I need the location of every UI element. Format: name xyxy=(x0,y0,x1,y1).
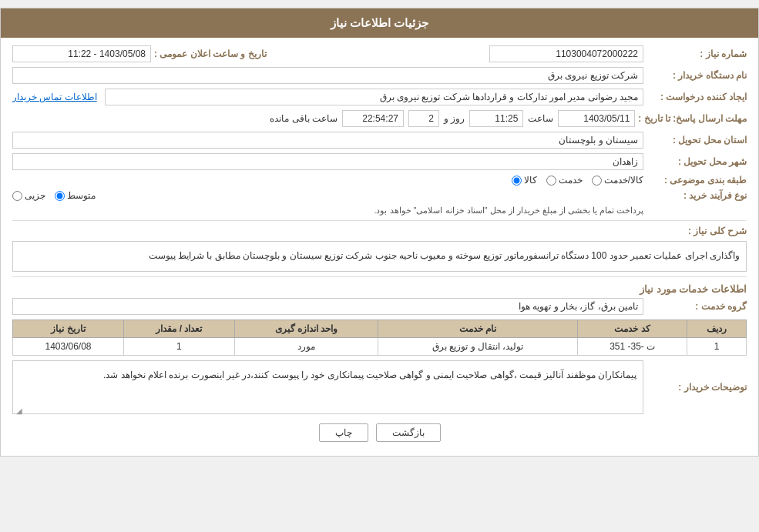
tosihKharidar-value: پیمانکاران موظفند آنالیز قیمت ،گواهی صلا… xyxy=(103,370,636,380)
content-area: شماره نیاز : 1103004072000222 تاریخ و سا… xyxy=(1,38,758,456)
col-tedad: تعداد / مقدار xyxy=(123,320,234,337)
row-ijadKonande: ایجاد کننده درخواست : مجید رضوانی مدیر ا… xyxy=(12,89,747,105)
cell-tarikh: 1403/06/08 xyxy=(13,337,124,355)
noeFarayand-motevaset-radio[interactable] xyxy=(55,191,65,201)
ijadKonande-link[interactable]: اطلاعات تماس خریدار xyxy=(12,92,97,102)
cell-namKhadamat: تولید، انتقال و توزیع برق xyxy=(378,337,578,355)
mohlatErsalPasokh-label: مهلت ارسال پاسخ: تا تاریخ : xyxy=(638,113,747,124)
row-ostan: استان محل تحویل : سیستان و بلوچستان xyxy=(12,132,747,149)
noeFarayand-jozi-label: جزیی xyxy=(25,190,45,201)
sharhNiaz-label: شرح کلی نیاز : xyxy=(646,226,747,236)
tabaqe-kala-khadamat-label: کالا/خدمت xyxy=(604,175,643,186)
col-radif: ردیف xyxy=(687,320,747,337)
groohKhadamat-label: گروه خدمت : xyxy=(646,301,747,312)
ostan-label: استان محل تحویل : xyxy=(646,135,747,146)
page-title: جزئیات اطلاعات نیاز xyxy=(331,16,428,29)
tabaqe-label: طبقه بندی موضوعی : xyxy=(646,175,747,186)
khadamat-table: ردیف کد خدمت نام خدمت واحد اندازه گیری ت… xyxy=(12,320,747,356)
table-head: ردیف کد خدمت نام خدمت واحد اندازه گیری ت… xyxy=(13,320,747,337)
page-header: جزئیات اطلاعات نیاز xyxy=(1,8,758,38)
noeFarayand-label: نوع فرآیند خرید : xyxy=(646,190,747,201)
col-vahed: واحد اندازه گیری xyxy=(234,320,378,337)
ostan-value: سیستان و بلوچستان xyxy=(12,132,643,149)
button-row: بازگشت چاپ xyxy=(12,423,747,442)
noeFarayand-note: پرداخت تمام یا بخشی از مبلغ خریدار از مح… xyxy=(374,206,643,216)
row-sharhNiaz-label: شرح کلی نیاز : xyxy=(12,226,747,236)
shomareNiaz-value: 1103004072000222 xyxy=(489,45,643,62)
noeFarayand-motevaset-label: متوسط xyxy=(67,190,96,201)
divider-2 xyxy=(12,276,747,277)
rooz-label: روز و xyxy=(444,113,465,124)
baghiSaat-label: ساعت باقی مانده xyxy=(270,113,338,124)
khadamat-section-title: اطلاعات خدمات مورد نیاز xyxy=(12,283,747,295)
row-tabaqe: طبقه بندی موضوعی : کالا خدمت کالا/خدمت xyxy=(12,175,747,186)
tabaqe-option-kala: کالا xyxy=(512,175,537,186)
sharhNiaz-value: واگذاری اجرای عملیات تعمیر حدود 100 دستگ… xyxy=(149,250,740,261)
baghiSaat-value: 22:54:27 xyxy=(342,110,404,127)
divider-1 xyxy=(12,220,747,221)
row-namDastgah: نام دستگاه خریدار : شرکت توزیع نیروی برق xyxy=(12,67,747,84)
row-noeFarayand: نوع فرآیند خرید : جزیی متوسط xyxy=(12,190,747,201)
saat-value: 11:25 xyxy=(469,110,523,127)
cell-tedad: 1 xyxy=(123,337,234,355)
khadamat-table-container: ردیف کد خدمت نام خدمت واحد اندازه گیری ت… xyxy=(12,320,747,356)
noeFarayand-jozi: جزیی xyxy=(12,190,45,201)
namDastgah-value: شرکت توزیع نیروی برق xyxy=(12,67,643,84)
back-button[interactable]: بازگشت xyxy=(376,423,441,442)
tarikh-label: تاریخ و ساعت اعلان عمومی : xyxy=(154,49,267,59)
row-mohlatErsalPasokh: مهلت ارسال پاسخ: تا تاریخ : 1403/05/11 س… xyxy=(12,110,747,127)
tabaqe-kala-label: کالا xyxy=(524,175,537,186)
ijadKonande-label: ایجاد کننده درخواست : xyxy=(646,92,747,102)
noeFarayand-motevaset: متوسط xyxy=(55,190,96,201)
col-kodKhadamat: کد خدمت xyxy=(578,320,687,337)
shahr-label: شهر محل تحویل : xyxy=(646,156,747,167)
tabaqe-radio-group: کالا خدمت کالا/خدمت xyxy=(512,175,643,186)
noeFarayand-options: جزیی متوسط xyxy=(12,190,643,201)
tosihKharidar-box-wrapper: پیمانکاران موظفند آنالیز قیمت ،گواهی صلا… xyxy=(12,360,643,414)
shomareNiaz-label: شماره نیاز : xyxy=(646,49,747,59)
page-container: جزئیات اطلاعات نیاز شماره نیاز : 1103004… xyxy=(0,8,759,457)
col-tarikh: تاریخ نیاز xyxy=(13,320,124,337)
date-value: 1403/05/11 xyxy=(558,110,635,127)
sharhNiaz-box: واگذاری اجرای عملیات تعمیر حدود 100 دستگ… xyxy=(12,241,747,272)
row-tosihKharidar-label: توضیحات خریدار : پیمانکاران موظفند آنالی… xyxy=(12,360,747,414)
print-button[interactable]: چاپ xyxy=(319,423,368,442)
noeFarayand-jozi-radio[interactable] xyxy=(12,191,22,201)
tarikh-value: 1403/05/08 - 11:22 xyxy=(12,45,151,62)
tabaqe-kala-radio[interactable] xyxy=(512,176,522,186)
tosihKharidar-box: پیمانکاران موظفند آنالیز قیمت ،گواهی صلا… xyxy=(12,360,643,414)
row-noeFarayand-note: پرداخت تمام یا بخشی از مبلغ خریدار از مح… xyxy=(12,206,747,216)
table-body: 1 ت -35- 351 تولید، انتقال و توزیع برق م… xyxy=(13,337,747,355)
tabaqe-khadamat-radio[interactable] xyxy=(546,176,556,186)
ijadKonande-value: مجید رضوانی مدیر امور تدارکات و قرارداده… xyxy=(105,89,643,105)
saat-label: ساعت xyxy=(528,113,553,124)
rooz-value: 2 xyxy=(408,110,439,127)
groohKhadamat-value: تامین برق، گاز، بخار و تهویه هوا xyxy=(12,298,643,315)
table-row: 1 ت -35- 351 تولید، انتقال و توزیع برق م… xyxy=(13,337,747,355)
cell-vahed: مورد xyxy=(234,337,378,355)
tabaqe-kala-khadamat-radio[interactable] xyxy=(592,176,602,186)
tosihKharidar-label: توضیحات خریدار : xyxy=(646,382,747,393)
cell-radif: 1 xyxy=(687,337,747,355)
resize-handle-icon: ◢ xyxy=(15,404,22,412)
namDastgah-label: نام دستگاه خریدار : xyxy=(646,70,747,81)
table-header-row: ردیف کد خدمت نام خدمت واحد اندازه گیری ت… xyxy=(13,320,747,337)
mohlatErsalPasokh-fields: 1403/05/11 ساعت 11:25 روز و 2 22:54:27 س… xyxy=(12,110,635,127)
row-groohKhadamat: گروه خدمت : تامین برق، گاز، بخار و تهویه… xyxy=(12,298,747,315)
tabaqe-khadamat-label: خدمت xyxy=(559,175,583,186)
cell-kodKhadamat: ت -35- 351 xyxy=(578,337,687,355)
shahr-value: زاهدان xyxy=(12,153,643,170)
row-shahr: شهر محل تحویل : زاهدان xyxy=(12,153,747,170)
tabaqe-option-kala-khadamat: کالا/خدمت xyxy=(592,175,643,186)
col-namKhadamat: نام خدمت xyxy=(378,320,578,337)
tabaqe-option-khadamat: خدمت xyxy=(546,175,583,186)
row-shomareNiaz: شماره نیاز : 1103004072000222 تاریخ و سا… xyxy=(12,45,747,62)
